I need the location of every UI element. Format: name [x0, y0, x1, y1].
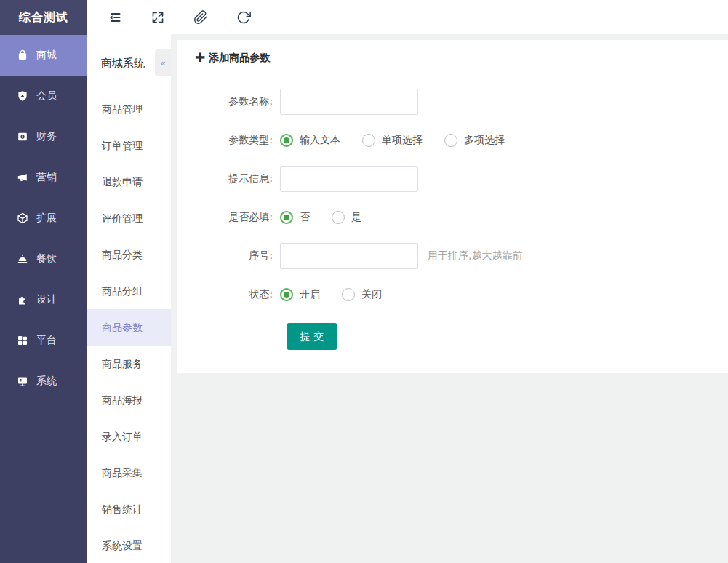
submenu-item-goods-collect[interactable]: 商品采集 [87, 455, 171, 491]
fold-sidebar-icon[interactable] [107, 9, 123, 25]
submenu-item-sales-stats[interactable]: 销售统计 [87, 491, 171, 527]
submenu-item-goods-params[interactable]: 商品参数 [87, 309, 171, 346]
sidebar-item-design[interactable]: 设计 [0, 279, 87, 320]
sidebar-item-system[interactable]: 系统 [0, 361, 87, 402]
secondary-sidebar: 商城系统 « 商品管理 订单管理 退款申请 评价管理 商品分类 商品分组 商品参… [87, 34, 171, 563]
member-badge-icon [17, 90, 28, 102]
param-name-input[interactable] [280, 89, 418, 115]
catering-cloche-icon [17, 253, 28, 265]
shop-bag-icon [17, 49, 28, 61]
serial-hint: 用于排序,越大越靠前 [428, 249, 522, 263]
sidebar-item-member[interactable]: 会员 [0, 76, 87, 116]
status-row: 状态: 开启 关闭 [177, 282, 728, 308]
radio-circle-icon [280, 211, 293, 224]
sidebar-item-extension[interactable]: 扩展 [0, 198, 87, 239]
radio-circle-icon [280, 134, 293, 147]
refresh-icon[interactable] [236, 9, 252, 25]
sidebar-item-label: 平台 [36, 334, 57, 347]
sidebar-item-label: 财务 [36, 130, 57, 143]
design-puzzle-icon [17, 294, 28, 306]
submenu-item-refund-request[interactable]: 退款申请 [87, 164, 171, 200]
param-form: 参数名称: 参数类型: 输入文本 单项选择 多项选择 [177, 76, 728, 350]
serial-row: 序号: 用于排序,越大越靠前 [177, 243, 728, 269]
status-label: 状态: [177, 288, 280, 301]
radio-circle-icon [362, 134, 375, 147]
tip-info-label: 提示信息: [177, 172, 280, 185]
serial-input[interactable] [280, 243, 418, 269]
submenu-item-order-entry[interactable]: 录入订单 [87, 418, 171, 455]
radio-required-yes[interactable]: 是 [332, 211, 361, 224]
required-radio-group: 否 是 [280, 211, 383, 224]
radio-single-select[interactable]: 单项选择 [362, 134, 423, 147]
radio-required-no[interactable]: 否 [280, 211, 310, 224]
radio-multi-select[interactable]: 多项选择 [444, 134, 505, 147]
submenu-title: 商城系统 [101, 57, 145, 71]
sidebar-item-catering[interactable]: 餐饮 [0, 239, 87, 279]
param-type-radio-group: 输入文本 单项选择 多项选择 [280, 134, 527, 147]
radio-input-text[interactable]: 输入文本 [280, 134, 340, 147]
submit-row: 提 交 [287, 323, 728, 350]
primary-sidebar: 综合测试 商城 会员 财务 营销 [0, 0, 87, 563]
status-radio-group: 开启 关闭 [280, 288, 404, 301]
sidebar-item-finance[interactable]: 财务 [0, 116, 87, 157]
submit-button[interactable]: 提 交 [287, 323, 337, 350]
form-title: 添加商品参数 [209, 52, 270, 65]
tip-info-input[interactable] [280, 166, 418, 192]
serial-label: 序号: [177, 249, 280, 263]
link-paperclip-icon[interactable] [193, 9, 209, 25]
submenu-item-review-manage[interactable]: 评价管理 [87, 200, 171, 236]
param-name-label: 参数名称: [177, 95, 280, 108]
submenu-header: 商城系统 « [87, 34, 171, 91]
finance-safe-icon [17, 131, 28, 143]
submenu-item-system-settings[interactable]: 系统设置 [87, 527, 171, 563]
submenu-item-goods-group[interactable]: 商品分组 [87, 273, 171, 309]
top-toolbar [87, 0, 728, 34]
content-panel: ✚ 添加商品参数 参数名称: 参数类型: 输入文本 单项选择 [177, 40, 728, 373]
param-type-label: 参数类型: [177, 134, 280, 147]
radio-circle-icon [342, 288, 355, 301]
radio-circle-icon [332, 211, 345, 224]
submenu-item-goods-category[interactable]: 商品分类 [87, 236, 171, 273]
plus-icon: ✚ [195, 52, 205, 64]
chevron-double-left-icon: « [160, 57, 166, 68]
platform-grid-icon [17, 335, 28, 346]
sidebar-item-marketing[interactable]: 营销 [0, 157, 87, 198]
marketing-megaphone-icon [17, 172, 28, 183]
sidebar-item-label: 会员 [36, 89, 57, 103]
system-monitor-icon [17, 375, 28, 387]
sidebar-item-label: 设计 [36, 293, 57, 306]
submenu-item-goods-service[interactable]: 商品服务 [87, 346, 171, 382]
sidebar-item-platform[interactable]: 平台 [0, 320, 87, 361]
sidebar-item-label: 商城 [36, 49, 57, 62]
param-type-row: 参数类型: 输入文本 单项选择 多项选择 [177, 127, 728, 153]
submenu-item-goods-poster[interactable]: 商品海报 [87, 382, 171, 418]
radio-status-off[interactable]: 关闭 [342, 288, 382, 301]
app-title: 综合测试 [0, 0, 87, 35]
collapse-submenu-button[interactable]: « [155, 49, 171, 76]
radio-status-on[interactable]: 开启 [280, 288, 320, 301]
radio-circle-icon [444, 134, 457, 147]
fullscreen-icon[interactable] [150, 9, 166, 25]
required-label: 是否必填: [177, 211, 280, 224]
param-name-row: 参数名称: [177, 89, 728, 115]
sidebar-item-label: 系统 [36, 375, 57, 388]
radio-circle-icon [280, 288, 293, 301]
app-root: 综合测试 商城 会员 财务 营销 [0, 0, 728, 563]
submenu-item-goods-manage[interactable]: 商品管理 [87, 91, 171, 127]
sidebar-item-label: 营销 [36, 171, 57, 184]
required-row: 是否必填: 否 是 [177, 204, 728, 231]
submenu-item-order-manage[interactable]: 订单管理 [87, 127, 171, 164]
extension-cube-icon [17, 212, 28, 224]
form-header: ✚ 添加商品参数 [177, 40, 728, 76]
sidebar-item-label: 扩展 [36, 212, 57, 225]
sidebar-item-label: 餐饮 [36, 252, 57, 265]
sidebar-item-shop[interactable]: 商城 [0, 35, 87, 76]
tip-info-row: 提示信息: [177, 166, 728, 192]
